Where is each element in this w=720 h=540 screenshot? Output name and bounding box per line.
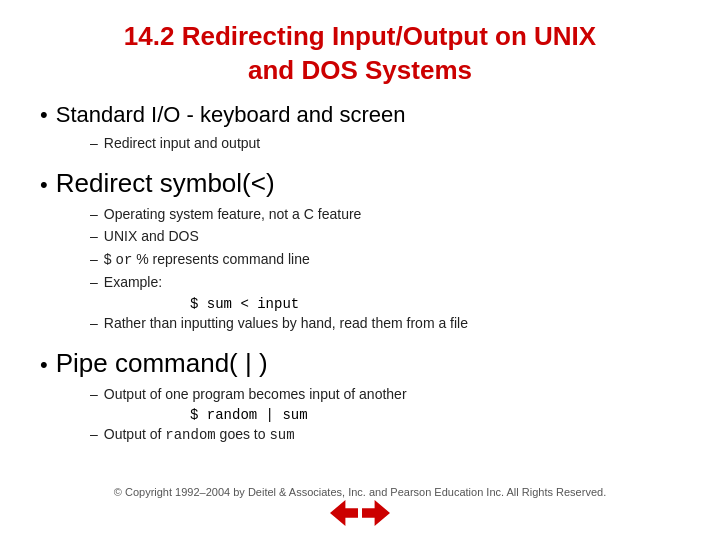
prev-icon [330, 500, 358, 526]
bullet-main-3: • Pipe command( | ) [40, 348, 680, 379]
random-code: random [165, 427, 215, 443]
sum-code: sum [269, 427, 294, 443]
sub-list-2: – Operating system feature, not a C feat… [90, 203, 680, 334]
bullet-text-3: Pipe command( | ) [56, 348, 268, 379]
bullet-text-2: Redirect symbol(<) [56, 168, 275, 199]
nav-buttons [330, 500, 390, 526]
bullet-section-1: • Standard I/O - keyboard and screen – R… [40, 102, 680, 158]
title-line1: 14.2 Redirecting Input/Output on UNIX [124, 21, 596, 51]
sub-item-3-2: – Output of random goes to sum [90, 423, 680, 446]
sub-item-2-4: – Example: [90, 271, 680, 293]
bullet-section-2: • Redirect symbol(<) – Operating system … [40, 168, 680, 338]
sub-list-1: – Redirect input and output [90, 132, 680, 154]
title-line2: and DOS Systems [248, 55, 472, 85]
sub-item-2-3: – $ or % represents command line [90, 248, 680, 271]
prev-button[interactable] [330, 500, 358, 526]
code-block-2: $ random | sum [170, 405, 680, 423]
bullet-dot-1: • [40, 102, 48, 128]
bullet-main-1: • Standard I/O - keyboard and screen [40, 102, 680, 128]
sub-list-3: – Output of one program becomes input of… [90, 383, 680, 447]
sub-item-2-2: – UNIX and DOS [90, 225, 680, 247]
slide-title: 14.2 Redirecting Input/Output on UNIX an… [40, 20, 680, 88]
bullet-dot-2: • [40, 172, 48, 198]
code-block-1: $ sum < input [170, 294, 680, 312]
next-icon [362, 500, 390, 526]
next-button[interactable] [362, 500, 390, 526]
sub-item-1-1: – Redirect input and output [90, 132, 680, 154]
sub-item-2-5: – Rather than inputting values by hand, … [90, 312, 680, 334]
sub-item-2-1: – Operating system feature, not a C feat… [90, 203, 680, 225]
sub-item-3-1: – Output of one program becomes input of… [90, 383, 680, 405]
slide: 14.2 Redirecting Input/Output on UNIX an… [0, 0, 720, 540]
bullet-section-3: • Pipe command( | ) – Output of one prog… [40, 348, 680, 451]
bullet-text-1: Standard I/O - keyboard and screen [56, 102, 406, 128]
bullet-dot-3: • [40, 352, 48, 378]
copyright-text: © Copyright 1992–2004 by Deitel & Associ… [0, 486, 720, 498]
bullet-main-2: • Redirect symbol(<) [40, 168, 680, 199]
